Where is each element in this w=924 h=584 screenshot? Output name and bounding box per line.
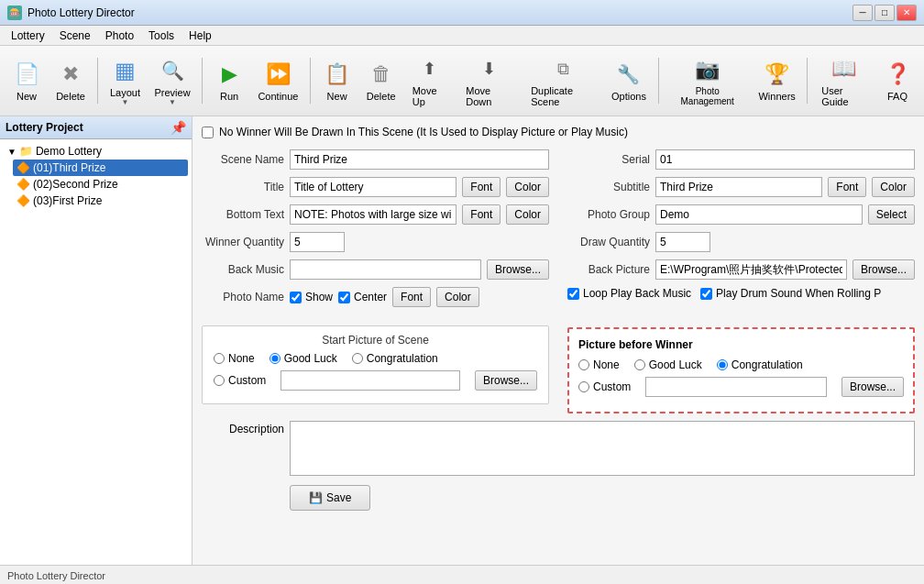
sp-custom-radio[interactable] — [214, 375, 225, 386]
pbw-none-radio[interactable] — [578, 359, 589, 370]
tree-item-second-prize[interactable]: 🔶 (02)Second Prize — [13, 176, 188, 193]
scene-name-input[interactable] — [290, 149, 549, 170]
pbw-congratulation-option[interactable]: Congratulation — [717, 358, 803, 371]
user-guide-icon: 📖 — [830, 54, 859, 83]
subtitle-color-btn[interactable]: Color — [872, 177, 915, 197]
photo-name-center-checkbox[interactable] — [338, 292, 350, 303]
serial-input[interactable] — [655, 149, 915, 170]
title-font-btn[interactable]: Font — [462, 177, 500, 197]
pbw-congratulation-radio[interactable] — [717, 359, 728, 370]
menu-photo[interactable]: Photo — [98, 28, 141, 44]
subtitle-input[interactable] — [655, 177, 822, 197]
toolbar-move-up[interactable]: ⬆ Move Up — [404, 50, 456, 112]
title-input[interactable] — [290, 177, 456, 197]
sp-goodluck-option[interactable]: Good Luck — [270, 352, 337, 365]
toolbar-move-down-label: Move Down — [466, 85, 512, 107]
sp-congratulation-radio[interactable] — [352, 353, 363, 364]
pbw-goodluck-radio[interactable] — [634, 359, 645, 370]
tree-item-first-prize[interactable]: 🔶 (03)First Prize — [13, 193, 188, 209]
toolbar-delete[interactable]: ✖ Delete — [50, 55, 92, 106]
toolbar-photo-mgmt[interactable]: 📷 Photo Management — [664, 50, 750, 111]
save-button[interactable]: 💾 Save — [290, 485, 370, 511]
photo-name-font-btn[interactable]: Font — [392, 287, 431, 307]
back-picture-row: Back Picture Browse... — [567, 259, 915, 280]
photo-name-show-checkbox[interactable] — [290, 292, 302, 303]
scene-new-icon: 📋 — [323, 60, 352, 89]
menu-scene[interactable]: Scene — [52, 28, 98, 44]
options-icon: 🔧 — [614, 60, 644, 89]
sp-browse-btn[interactable]: Browse... — [475, 370, 537, 391]
move-down-icon: ⬇ — [475, 54, 504, 83]
scene-delete-icon: 🗑 — [367, 60, 396, 89]
photo-group-select-btn[interactable]: Select — [868, 204, 915, 225]
toolbar-continue[interactable]: ⏩ Continue — [252, 55, 304, 106]
toolbar-new-label: New — [16, 91, 37, 102]
toolbar-user-guide[interactable]: 📖 User Guide — [813, 50, 874, 112]
drum-sound-checkbox[interactable] — [700, 288, 712, 300]
toolbar-faq[interactable]: ❓ FAQ — [876, 55, 918, 106]
photo-group-row: Photo Group Select — [567, 204, 915, 225]
start-picture-section: Start Picture of Scene None Good Luck — [202, 320, 549, 413]
photo-name-label: Photo Name — [202, 291, 284, 303]
close-button[interactable]: ✕ — [896, 5, 917, 21]
title-bar-controls[interactable]: ─ □ ✕ — [852, 5, 917, 21]
description-area: Description — [202, 421, 915, 476]
pin-icon[interactable]: 📌 — [170, 120, 186, 135]
preview-icon: 🔍 — [158, 56, 187, 85]
app-icon: 🎰 — [7, 6, 22, 20]
toolbar-move-down[interactable]: ⬇ Move Down — [457, 50, 521, 112]
bottom-text-color-btn[interactable]: Color — [506, 204, 549, 225]
sp-none-option[interactable]: None — [214, 352, 255, 365]
draw-qty-input[interactable] — [655, 232, 710, 252]
photo-group-input[interactable] — [655, 204, 863, 225]
sp-goodluck-radio[interactable] — [270, 353, 280, 364]
pbw-none-option[interactable]: None — [578, 358, 620, 371]
save-label: Save — [326, 491, 351, 504]
toolbar-layout[interactable]: ▦ Layout ▼ — [104, 51, 147, 111]
toolbar-run[interactable]: ▶ Run — [208, 55, 250, 106]
pbw-custom-input[interactable] — [645, 377, 827, 397]
back-music-browse-btn[interactable]: Browse... — [487, 259, 549, 280]
tree-item-root[interactable]: ▼ 📁 Demo Lottery — [4, 143, 188, 160]
pbw-browse-btn[interactable]: Browse... — [842, 377, 904, 397]
toolbar-preview[interactable]: 🔍 Preview ▼ — [148, 51, 196, 111]
loop-play-checkbox[interactable] — [567, 288, 579, 300]
toolbar-winners[interactable]: 🏆 Winners — [753, 55, 801, 106]
bottom-text-font-btn[interactable]: Font — [462, 204, 500, 225]
status-bar: Photo Lottery Director — [0, 565, 924, 584]
subtitle-font-btn[interactable]: Font — [828, 177, 866, 197]
maximize-button[interactable]: □ — [874, 5, 895, 21]
pbw-custom-option[interactable]: Custom — [578, 380, 631, 393]
toolbar-scene-new[interactable]: 📋 New — [316, 55, 358, 106]
description-textarea[interactable] — [290, 421, 915, 476]
pbw-custom-label: Custom — [593, 380, 631, 393]
toolbar-duplicate[interactable]: ⧉ Duplicate Scene — [522, 50, 603, 112]
photo-name-color-btn[interactable]: Color — [436, 287, 479, 307]
title-color-btn[interactable]: Color — [506, 177, 549, 197]
back-music-input[interactable] — [290, 259, 481, 280]
pbw-goodluck-option[interactable]: Good Luck — [634, 358, 702, 371]
back-picture-browse-btn[interactable]: Browse... — [852, 259, 915, 280]
sp-congratulation-option[interactable]: Congratulation — [352, 352, 438, 365]
menu-tools[interactable]: Tools — [141, 28, 182, 44]
menu-help[interactable]: Help — [182, 28, 219, 44]
continue-icon: ⏩ — [263, 60, 292, 89]
bottom-text-input[interactable] — [290, 204, 456, 225]
picture-before-winner-section: Picture before Winner None Good Luck — [567, 320, 915, 413]
subtitle-row: Subtitle Font Color — [567, 177, 915, 197]
tree-item-third-prize[interactable]: 🔶 (01)Third Prize — [13, 160, 188, 176]
no-winner-checkbox[interactable] — [202, 127, 214, 138]
minimize-button[interactable]: ─ — [852, 5, 873, 21]
sp-custom-option[interactable]: Custom — [214, 374, 266, 387]
pbw-custom-radio[interactable] — [578, 381, 589, 392]
toolbar-options[interactable]: 🔧 Options — [605, 55, 652, 106]
draw-qty-label: Draw Quantity — [567, 236, 650, 248]
sp-custom-input[interactable] — [280, 370, 460, 391]
toolbar-scene-delete[interactable]: 🗑 Delete — [360, 55, 402, 106]
winner-qty-input[interactable] — [290, 232, 345, 252]
sp-none-radio[interactable] — [214, 353, 225, 364]
back-picture-input[interactable] — [655, 259, 847, 280]
toolbar-new[interactable]: 📄 New — [6, 55, 48, 106]
menu-lottery[interactable]: Lottery — [4, 28, 52, 44]
photo-mgmt-icon: 📷 — [693, 55, 722, 84]
